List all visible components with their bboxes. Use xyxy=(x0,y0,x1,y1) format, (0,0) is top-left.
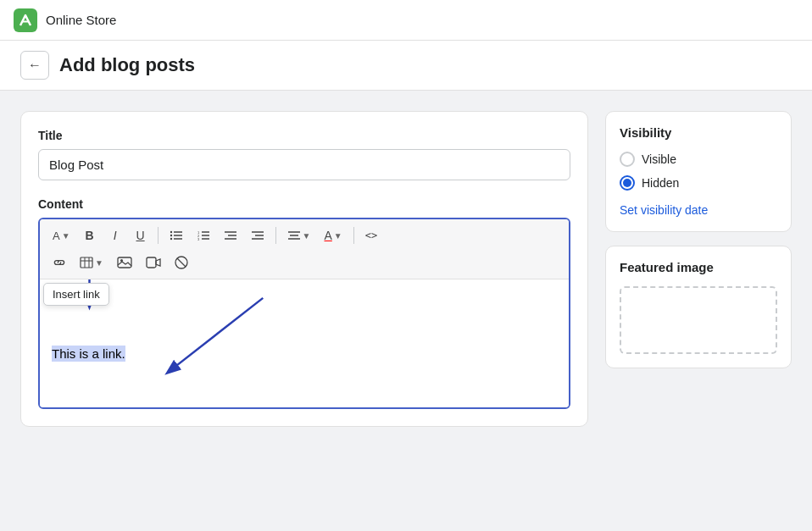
hidden-label: Hidden xyxy=(642,176,679,190)
visible-radio[interactable] xyxy=(620,152,635,167)
video-icon xyxy=(146,257,161,268)
app-name: Online Store xyxy=(46,13,116,27)
link-highlighted-text: This is a link. xyxy=(52,346,125,362)
page-header: ← Add blog posts xyxy=(0,41,812,91)
color-dropdown-arrow: ▼ xyxy=(334,231,342,241)
svg-point-4 xyxy=(170,231,171,233)
table-dropdown-arrow: ▼ xyxy=(95,258,103,268)
video-button[interactable] xyxy=(140,252,167,273)
insert-link-tooltip: Insert link xyxy=(43,283,109,306)
ordered-list-icon: 1 2 3 xyxy=(197,230,210,241)
right-panel: Visibility Visible Hidden Set visibility… xyxy=(605,111,792,368)
toolbar-row-2: ▼ xyxy=(47,252,562,274)
text-color-button[interactable]: A ▼ xyxy=(318,224,348,246)
page-title: Add blog posts xyxy=(59,54,195,76)
svg-rect-26 xyxy=(118,257,131,268)
rich-text-editor: A ▼ B I U xyxy=(38,218,570,409)
visibility-card: Visibility Visible Hidden Set visibility… xyxy=(605,111,792,232)
clear-format-button[interactable] xyxy=(169,252,194,274)
title-input[interactable] xyxy=(38,149,570,180)
ordered-list-button[interactable]: 1 2 3 xyxy=(191,225,216,246)
svg-point-27 xyxy=(120,259,123,262)
visibility-title: Visibility xyxy=(620,125,777,140)
bold-button[interactable]: B xyxy=(78,224,102,246)
outdent-button[interactable] xyxy=(218,225,243,246)
top-nav: Online Store xyxy=(0,0,812,41)
font-dropdown-arrow: ▼ xyxy=(62,231,70,241)
set-visibility-date-link[interactable]: Set visibility date xyxy=(620,203,708,217)
editor-content-area[interactable]: Insert link xyxy=(40,279,569,407)
source-code-button[interactable]: <> xyxy=(359,225,383,246)
title-label: Title xyxy=(38,129,570,142)
featured-image-upload-area[interactable] xyxy=(620,286,777,354)
editor-spacer xyxy=(52,291,557,346)
editor-text: This is a link. xyxy=(52,346,557,362)
svg-point-6 xyxy=(170,238,171,240)
align-icon xyxy=(287,230,301,241)
table-button[interactable]: ▼ xyxy=(74,252,109,273)
editor-toolbar: A ▼ B I U xyxy=(40,219,569,279)
align-button[interactable]: ▼ xyxy=(281,225,317,246)
hidden-radio[interactable] xyxy=(620,175,635,191)
svg-line-30 xyxy=(177,258,186,267)
editor-panel: Title Content A ▼ B I U xyxy=(20,111,588,427)
main-layout: Title Content A ▼ B I U xyxy=(0,91,812,447)
insert-link-button[interactable] xyxy=(47,252,72,273)
unordered-list-icon xyxy=(170,230,183,241)
align-dropdown-arrow: ▼ xyxy=(303,231,311,241)
unordered-list-button[interactable] xyxy=(164,225,189,246)
table-icon xyxy=(80,257,93,268)
image-icon xyxy=(117,257,132,268)
visible-option[interactable]: Visible xyxy=(620,152,777,167)
back-button[interactable]: ← xyxy=(20,51,49,80)
toolbar-row-1: A ▼ B I U xyxy=(47,224,562,246)
indent-button[interactable] xyxy=(245,225,270,246)
app-logo xyxy=(14,8,37,32)
hidden-option[interactable]: Hidden xyxy=(620,175,777,191)
link-icon xyxy=(53,257,66,268)
font-button[interactable]: A ▼ xyxy=(47,225,76,246)
svg-rect-28 xyxy=(147,257,156,268)
image-button[interactable] xyxy=(111,252,138,273)
toolbar-separator-2 xyxy=(275,227,276,244)
content-label: Content xyxy=(38,197,570,211)
clear-format-icon xyxy=(175,256,188,269)
italic-button[interactable]: I xyxy=(103,224,127,246)
visibility-options: Visible Hidden xyxy=(620,152,777,191)
toolbar-separator-1 xyxy=(158,227,159,244)
featured-image-card: Featured image xyxy=(605,246,792,368)
svg-rect-22 xyxy=(81,257,92,268)
svg-point-5 xyxy=(170,235,171,236)
outdent-icon xyxy=(224,230,237,241)
toolbar-separator-3 xyxy=(353,227,354,244)
underline-button[interactable]: U xyxy=(129,224,153,246)
svg-text:3: 3 xyxy=(197,237,200,241)
visible-label: Visible xyxy=(642,152,676,166)
svg-rect-0 xyxy=(14,8,37,32)
indent-icon xyxy=(251,230,264,241)
featured-image-title: Featured image xyxy=(620,260,777,274)
